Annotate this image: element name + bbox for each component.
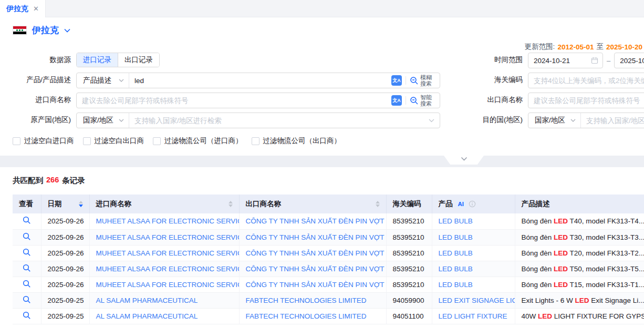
product-search-box: 产品描述 文A 模糊搜索 (76, 73, 440, 88)
importer-link[interactable]: MUHEET ALSAA FOR ELECTRONIC SERVICE... (89, 277, 239, 292)
summary-suffix: 条记录 (62, 176, 85, 186)
hs-code-label: 海关编码 (449, 72, 523, 88)
exporter-link[interactable]: CÔNG TY TNHH SẢN XUẤT ĐÈN PIN VỢT ... (239, 229, 386, 245)
date-start-input[interactable] (528, 53, 591, 68)
filter-checkboxes: 过滤空白进口商 过滤空白出口商 过滤物流公司（进口商） 过滤物流公司（出口商） (13, 136, 341, 146)
exporter-input[interactable] (528, 93, 644, 108)
product-link[interactable]: LED BULB (432, 277, 515, 292)
date-start-field[interactable] (528, 53, 603, 68)
importer-link[interactable]: AL SALAM PHARMACEUTICAL (89, 308, 239, 324)
product-link[interactable]: LED BULB (432, 213, 515, 229)
product-description: Bóng đèn LED T30, model FK313-T3... (515, 229, 644, 245)
view-record-icon[interactable] (23, 248, 31, 257)
product-search-input[interactable] (129, 73, 387, 88)
close-icon[interactable]: ✕ (33, 5, 39, 13)
product-type-select[interactable]: 产品描述 (77, 73, 129, 88)
checkbox-filter-blank-exporter[interactable]: 过滤空白出口商 (83, 136, 144, 146)
record-date: 2025-09-26 (41, 277, 89, 292)
tab-title: 伊拉克 (6, 4, 28, 14)
exporter-label: 出口商名称 (449, 92, 523, 108)
view-record-icon[interactable] (23, 216, 31, 224)
view-record-icon[interactable] (23, 295, 31, 304)
country-header[interactable]: 伊拉克 (13, 24, 70, 36)
chevron-down-icon (461, 157, 468, 161)
destination-select[interactable]: 国家/地区 (528, 113, 581, 128)
hs-code-field[interactable] (528, 73, 644, 88)
smart-search-button[interactable]: 智能搜索 (410, 94, 435, 107)
checkbox-icon[interactable] (83, 137, 91, 145)
origin-country-input[interactable] (129, 113, 429, 128)
exporter-link[interactable]: CÔNG TY TNHH SẢN XUẤT ĐÈN PIN VỢT ... (239, 245, 386, 261)
product-link[interactable]: LED EXIT SIGNAGE LIG... (432, 292, 515, 308)
info-icon[interactable] (469, 200, 476, 208)
export-records-tab[interactable]: 出口记录 (118, 53, 159, 67)
search-icon (410, 76, 419, 85)
table-row: 2025-09-26 MUHEET ALSAA FOR ELECTRONIC S… (13, 229, 644, 245)
exporter-link[interactable]: CÔNG TY TNHH SẢN XUẤT ĐÈN PIN VỢT ... (239, 261, 386, 277)
chevron-down-icon[interactable] (64, 28, 70, 33)
sort-importer-icon[interactable] (228, 201, 233, 207)
product-link[interactable]: LED BULB (432, 245, 515, 261)
importer-search-box: 文A 智能搜索 (76, 93, 440, 108)
record-date: 2025-09-26 (41, 261, 89, 277)
checkbox-icon[interactable] (252, 137, 259, 145)
results-panel: 共匹配到 266 条记录 查看 日期 进口商名称 出口商名称 (0, 167, 644, 327)
col-header-date[interactable]: 日期 (41, 195, 89, 213)
date-end-field[interactable] (614, 53, 644, 68)
view-record-icon[interactable] (23, 264, 31, 272)
destination-input[interactable] (581, 113, 644, 128)
chevron-down-icon (119, 119, 124, 122)
sort-date-icon[interactable] (79, 201, 83, 207)
importer-link[interactable]: MUHEET ALSAA FOR ELECTRONIC SERVICE... (89, 213, 239, 229)
importer-search-input[interactable] (77, 93, 387, 108)
checkbox-icon[interactable] (153, 137, 161, 145)
destination-label: 目的国(地区) (449, 112, 523, 128)
origin-country-select[interactable]: 国家/地区 (77, 113, 129, 128)
time-range-label: 时间范围 (449, 52, 523, 68)
view-record-icon[interactable] (23, 311, 31, 320)
col-header-description: 产品描述 (515, 195, 644, 213)
results-summary: 共匹配到 266 条记录 (13, 176, 85, 186)
col-header-exporter[interactable]: 出口商名称 (239, 195, 386, 213)
sort-exporter-icon[interactable] (376, 201, 380, 207)
importer-link[interactable]: MUHEET ALSAA FOR ELECTRONIC SERVICE... (89, 245, 239, 261)
hs-code-value: 85395210 (386, 245, 432, 261)
chevron-down-icon[interactable] (429, 119, 440, 122)
tab-iraq[interactable]: 伊拉克 ✕ (0, 0, 46, 17)
fuzzy-search-button[interactable]: 模糊搜索 (410, 74, 435, 87)
collapse-panel-handle[interactable] (444, 156, 484, 165)
exporter-link[interactable]: FABTECH TECHNOLOGIES LIMITED (239, 292, 386, 308)
checkbox-filter-logistics-exporter[interactable]: 过滤物流公司（出口商） (252, 136, 341, 146)
importer-link[interactable]: AL SALAM PHARMACEUTICAL (89, 292, 239, 308)
import-records-tab[interactable]: 进口记录 (77, 53, 118, 67)
checkbox-icon[interactable] (13, 137, 20, 145)
col-header-importer[interactable]: 进口商名称 (89, 195, 239, 213)
translate-icon[interactable]: 文A (391, 95, 402, 106)
record-date: 2025-09-26 (41, 229, 89, 245)
chevron-down-icon (570, 119, 576, 122)
exporter-link[interactable]: CÔNG TY TNHH SẢN XUẤT ĐÈN PIN VỢT ... (239, 213, 386, 229)
table-row: 2025-09-25 AL SALAM PHARMACEUTICAL FABTE… (13, 308, 644, 324)
exporter-link[interactable]: CÔNG TY TNHH SẢN XUẤT ĐÈN PIN VỢT ... (239, 277, 386, 292)
product-link[interactable]: LED BULB (432, 261, 515, 277)
product-description: Bóng đèn LED T50, model FK313-T5... (515, 261, 644, 277)
summary-prefix: 共匹配到 (13, 176, 43, 186)
exporter-field[interactable] (528, 93, 644, 108)
product-link[interactable]: LED BULB (432, 229, 515, 245)
exporter-link[interactable]: FABTECH TECHNOLOGIES LIMITED (239, 308, 386, 324)
importer-link[interactable]: MUHEET ALSAA FOR ELECTRONIC SERVICE... (89, 229, 239, 245)
view-record-icon[interactable] (23, 232, 31, 241)
product-description: Bóng đèn LED T40, model FK313-T4... (515, 213, 644, 229)
date-range-dash: – (607, 57, 610, 65)
product-link[interactable]: LED LIGHT FIXTURE (432, 308, 515, 324)
importer-link[interactable]: MUHEET ALSAA FOR ELECTRONIC SERVICE... (89, 261, 239, 277)
checkbox-filter-logistics-importer[interactable]: 过滤物流公司（进口商） (153, 136, 243, 146)
checkbox-filter-blank-importer[interactable]: 过滤空白进口商 (13, 136, 74, 146)
view-record-icon[interactable] (23, 280, 31, 288)
hs-code-value: 94051100 (386, 308, 432, 324)
data-source-label: 数据源 (0, 52, 71, 68)
hs-code-input[interactable] (528, 73, 644, 88)
date-end-input[interactable] (615, 53, 644, 68)
calendar-icon[interactable] (591, 57, 603, 64)
translate-icon[interactable]: 文A (391, 75, 402, 86)
